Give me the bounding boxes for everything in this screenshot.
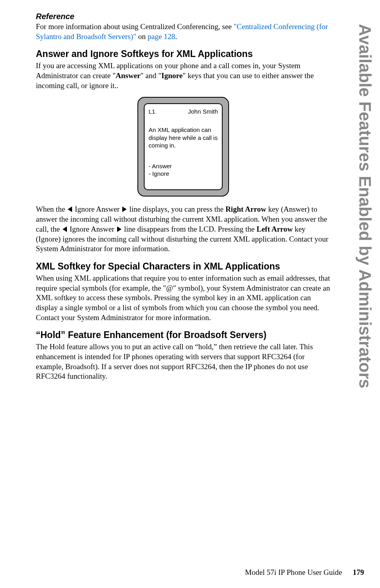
footer-page-number: 179 bbox=[353, 568, 364, 576]
side-tab-heading: Available Features Enabled by Administra… bbox=[355, 24, 374, 388]
p2c: line displays, you can press the bbox=[127, 205, 225, 213]
section3-paragraph: The Hold feature allows you to put an ac… bbox=[36, 342, 331, 382]
phone-message: An XML application can display here whil… bbox=[149, 126, 218, 149]
phone-inner-screen: L1 John Smith An XML application can dis… bbox=[144, 103, 223, 190]
triangle-right-icon-2 bbox=[117, 226, 121, 232]
reference-middle: on bbox=[136, 32, 148, 41]
section2-heading: XML Softkey for Special Characters in XM… bbox=[36, 261, 331, 272]
reference-heading: Reference bbox=[36, 12, 331, 21]
footer-text: Model 57i IP Phone User Guide bbox=[245, 568, 342, 576]
reference-page-link[interactable]: page 128 bbox=[148, 32, 175, 41]
reference-end: . bbox=[175, 32, 177, 41]
phone-options: - Answer - Ignore bbox=[149, 162, 218, 178]
section1-paragraph: If you are accessing XML applications on… bbox=[36, 61, 331, 90]
phone-status-row: L1 John Smith bbox=[149, 108, 218, 115]
section2-paragraph: When using XML applications that require… bbox=[36, 273, 331, 323]
p2g: line disappears from the LCD. Pressing t… bbox=[122, 225, 257, 233]
para2: When the Ignore Answer line displays, yo… bbox=[36, 205, 331, 254]
p2f: Ignore Answer bbox=[68, 225, 116, 233]
phone-line-label: L1 bbox=[149, 108, 155, 115]
triangle-right-icon bbox=[122, 206, 127, 212]
p2h: Left Arrow bbox=[257, 225, 293, 233]
phone-caller-name: John Smith bbox=[188, 108, 218, 115]
s1-p1b: Answer bbox=[116, 71, 140, 80]
page-footer: Model 57i IP Phone User Guide 179 bbox=[245, 568, 364, 577]
triangle-left-icon bbox=[68, 206, 72, 212]
section1-heading: Answer and Ignore Softkeys for XML Appli… bbox=[36, 49, 331, 59]
phone-outer-frame: L1 John Smith An XML application can dis… bbox=[137, 97, 229, 197]
p2d: Right Arrow bbox=[225, 205, 266, 213]
page-content: Reference For more information about usi… bbox=[36, 12, 331, 382]
s1-p1d: Ignore bbox=[161, 71, 182, 80]
p2a: When the bbox=[36, 205, 67, 213]
phone-opt-ignore: - Ignore bbox=[149, 170, 218, 178]
p2b: Ignore Answer bbox=[73, 205, 121, 213]
phone-opt-answer: - Answer bbox=[149, 162, 218, 170]
section3-heading: “Hold” Feature Enhancement (for Broadsof… bbox=[36, 330, 331, 340]
triangle-left-icon-2 bbox=[63, 226, 67, 232]
s1-p1c: " and " bbox=[141, 71, 161, 80]
reference-paragraph: For more information about using Central… bbox=[36, 22, 331, 41]
reference-intro: For more information about using Central… bbox=[36, 22, 234, 31]
phone-illustration: L1 John Smith An XML application can dis… bbox=[137, 97, 229, 197]
